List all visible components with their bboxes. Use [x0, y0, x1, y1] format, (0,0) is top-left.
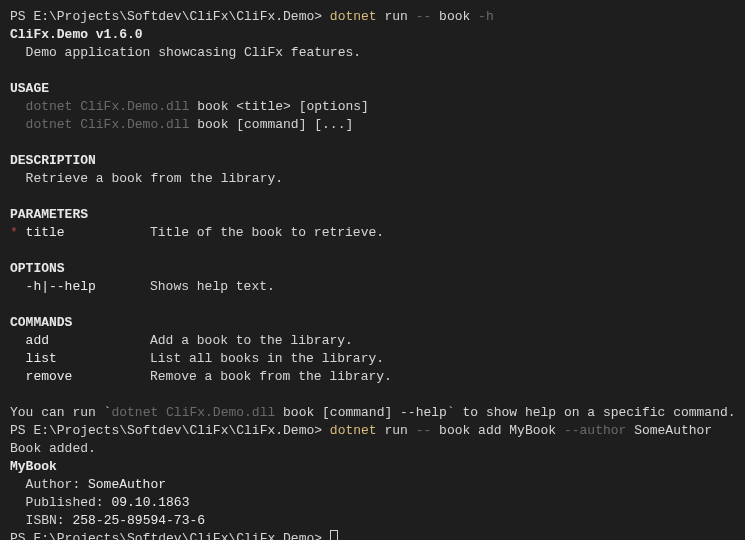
usage-line-2: dotnet CliFx.Demo.dll book [command] [..…: [10, 116, 735, 134]
help-hint: You can run `dotnet CliFx.Demo.dll book …: [10, 404, 735, 422]
parameters-header: PARAMETERS: [10, 206, 735, 224]
cmd-dash: --: [416, 9, 439, 24]
book-title: MyBook: [10, 458, 735, 476]
param-desc: Title of the book to retrieve.: [150, 224, 384, 242]
book-published: Published: 09.10.1863: [10, 494, 735, 512]
cmd-dash: --: [416, 423, 439, 438]
cursor-icon[interactable]: [330, 530, 338, 540]
app-version: CliFx.Demo v1.6.0: [10, 26, 735, 44]
output-added: Book added.: [10, 440, 735, 458]
book-author: Author: SomeAuthor: [10, 476, 735, 494]
command-name: add: [10, 332, 150, 350]
shell-prompt: PS E:\Projects\Softdev\CliFx\CliFx.Demo>: [10, 531, 330, 540]
prompt-line-3: PS E:\Projects\Softdev\CliFx\CliFx.Demo>: [10, 530, 735, 540]
command-name: remove: [10, 368, 150, 386]
commands-header: COMMANDS: [10, 314, 735, 332]
option-name: -h|--help: [10, 278, 150, 296]
command-desc: Remove a book from the library.: [150, 368, 392, 386]
shell-prompt: PS E:\Projects\Softdev\CliFx\CliFx.Demo>: [10, 423, 330, 438]
cmd-exe: dotnet: [330, 423, 377, 438]
cmd-flag: -h: [478, 9, 494, 24]
cmd-author-value: SomeAuthor: [634, 423, 712, 438]
command-name: list: [10, 350, 150, 368]
prompt-line-2: PS E:\Projects\Softdev\CliFx\CliFx.Demo>…: [10, 422, 735, 440]
cmd-sub: book: [439, 9, 478, 24]
usage-header: USAGE: [10, 80, 735, 98]
param-name: title: [26, 225, 65, 240]
command-row: listList all books in the library.: [10, 350, 735, 368]
options-header: OPTIONS: [10, 260, 735, 278]
cmd-rest: book add MyBook: [439, 423, 564, 438]
cmd-exe: dotnet: [330, 9, 377, 24]
app-description: Demo application showcasing CliFx featur…: [10, 44, 735, 62]
option-row: -h|--helpShows help text.: [10, 278, 735, 296]
cmd-run: run: [377, 423, 416, 438]
book-isbn: ISBN: 258-25-89594-73-6: [10, 512, 735, 530]
cmd-author-flag: --author: [564, 423, 634, 438]
required-star-icon: *: [10, 225, 26, 240]
cmd-run: run: [377, 9, 416, 24]
terminal[interactable]: PS E:\Projects\Softdev\CliFx\CliFx.Demo>…: [10, 8, 735, 540]
command-row: removeRemove a book from the library.: [10, 368, 735, 386]
description-header: DESCRIPTION: [10, 152, 735, 170]
param-row: * titleTitle of the book to retrieve.: [10, 224, 735, 242]
command-row: addAdd a book to the library.: [10, 332, 735, 350]
usage-line-1: dotnet CliFx.Demo.dll book <title> [opti…: [10, 98, 735, 116]
command-desc: List all books in the library.: [150, 350, 384, 368]
prompt-line-1: PS E:\Projects\Softdev\CliFx\CliFx.Demo>…: [10, 8, 735, 26]
description-text: Retrieve a book from the library.: [10, 170, 735, 188]
option-desc: Shows help text.: [150, 278, 275, 296]
command-desc: Add a book to the library.: [150, 332, 353, 350]
shell-prompt: PS E:\Projects\Softdev\CliFx\CliFx.Demo>: [10, 9, 330, 24]
